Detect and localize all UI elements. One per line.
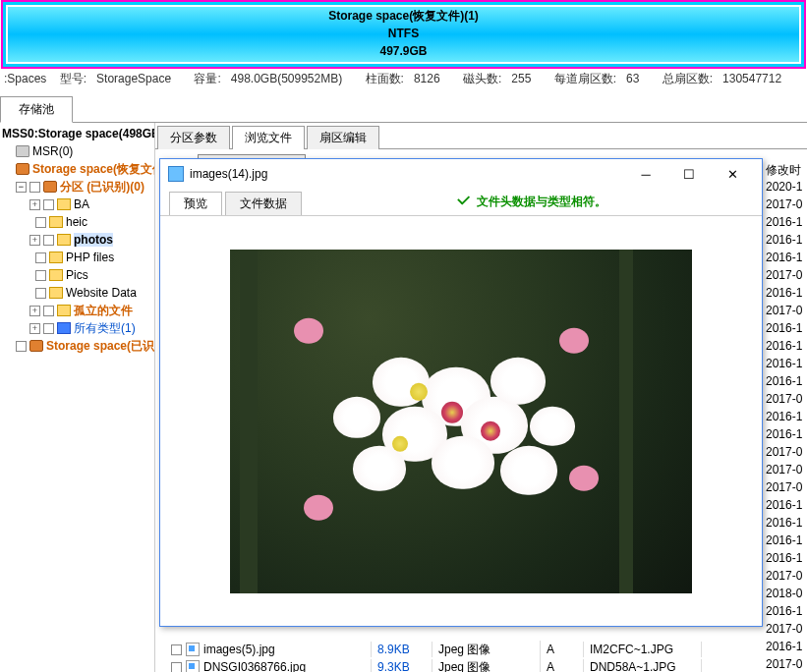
- tree-all-types[interactable]: +所有类型(1): [28, 319, 154, 337]
- checkbox[interactable]: [43, 199, 54, 210]
- row-checkbox[interactable]: [171, 662, 182, 673]
- date-cell: 2016-1: [764, 427, 807, 445]
- tab-preview[interactable]: 预览: [169, 192, 222, 215]
- preview-title: images(14).jpg: [190, 167, 624, 181]
- tab-partition-params[interactable]: 分区参数: [157, 126, 230, 149]
- preview-titlebar[interactable]: images(14).jpg ─ ☐ ✕: [160, 159, 762, 189]
- image-file-icon: [168, 166, 184, 182]
- tree-partition[interactable]: −分区 (已识别)(0): [14, 178, 154, 196]
- tab-file-data[interactable]: 文件数据: [225, 192, 302, 215]
- file-name: DNSGI0368766.jpg: [203, 660, 306, 672]
- tree-pane: MSS0:Storage space(498GB) MSR(0) Storage…: [0, 123, 155, 672]
- folder-icon: [57, 234, 71, 246]
- minimize-button[interactable]: ─: [624, 160, 667, 188]
- info-spaces: :Spaces: [4, 72, 46, 85]
- checkbox[interactable]: [35, 270, 46, 281]
- tree-folder-heic[interactable]: heic: [33, 213, 154, 231]
- tree-folder-photos[interactable]: +photos: [28, 231, 154, 249]
- date-cell: 2016-1: [764, 551, 807, 569]
- tab-sector-edit[interactable]: 扇区编辑: [307, 126, 379, 149]
- partition-fs: NTFS: [8, 25, 799, 42]
- folder-icon: [49, 216, 63, 228]
- tree-msr[interactable]: MSR(0): [0, 142, 154, 160]
- checkbox[interactable]: [43, 235, 54, 246]
- preview-window: images(14).jpg ─ ☐ ✕ 预览 文件数据 文件头数据与类型相符。: [159, 158, 763, 627]
- file-name: images(5).jpg: [203, 643, 275, 656]
- date-cell: 2017-0: [764, 445, 807, 463]
- date-cell: 2016-1: [764, 374, 807, 392]
- expand-icon[interactable]: +: [29, 323, 40, 334]
- preview-image: [230, 250, 692, 593]
- date-cell: 2018-0: [764, 587, 807, 604]
- date-cell: 2016-1: [764, 640, 807, 657]
- date-cell: 2016-1: [764, 357, 807, 374]
- tab-storage-pool[interactable]: 存储池: [0, 96, 73, 123]
- folder-icon: [49, 269, 63, 281]
- tree-folder-webdata[interactable]: Website Data: [33, 284, 154, 302]
- date-cell: 2016-1: [764, 604, 807, 622]
- date-cell: 2016-1: [764, 339, 807, 357]
- date-cell: 2016-1: [764, 321, 807, 339]
- expand-icon[interactable]: +: [29, 306, 40, 316]
- partition-size: 497.9GB: [8, 42, 799, 60]
- image-file-icon: [186, 643, 200, 656]
- tab-browse-files[interactable]: 浏览文件: [232, 126, 305, 149]
- file-row[interactable]: images(5).jpg8.9KBJpeg 图像AIM2CFC~1.JPG: [155, 641, 807, 658]
- checkbox[interactable]: [35, 217, 46, 228]
- checkbox[interactable]: [35, 252, 46, 263]
- folder-icon: [57, 305, 71, 316]
- expand-icon[interactable]: +: [29, 199, 40, 210]
- folder-icon: [49, 252, 63, 263]
- date-cell: 2017-0: [764, 268, 807, 286]
- disk-info-row: :Spaces 型号:StorageSpace 容量:498.0GB(50995…: [0, 67, 807, 91]
- date-cell: 2017-0: [764, 392, 807, 410]
- content-tabs: 分区参数 浏览文件 扇区编辑: [155, 125, 807, 149]
- checkbox[interactable]: [43, 306, 54, 316]
- row-checkbox[interactable]: [171, 644, 182, 655]
- info-cyl: 柱面数:8126: [366, 72, 450, 85]
- folder-icon: [49, 287, 63, 299]
- date-cell: 2017-0: [764, 657, 807, 672]
- file-size: 9.3KB: [372, 659, 432, 672]
- date-cell: 2016-1: [764, 498, 807, 516]
- tree-folder-ba[interactable]: +BA: [28, 196, 154, 213]
- date-cell: 2017-0: [764, 480, 807, 498]
- date-cell: 2017-0: [764, 463, 807, 480]
- tree-known[interactable]: Storage space(已识: [0, 337, 154, 355]
- file-attr: A: [541, 642, 584, 657]
- drive-icon: [16, 163, 29, 175]
- file-row[interactable]: DNSGI0368766.jpg9.3KBJpeg 图像ADND58A~1.JP…: [155, 658, 807, 672]
- info-model: 型号:StorageSpace: [60, 72, 181, 85]
- expand-icon[interactable]: +: [29, 235, 40, 246]
- tree-root[interactable]: MSS0:Storage space(498GB): [0, 125, 154, 142]
- checkbox[interactable]: [43, 323, 54, 334]
- col-header-date[interactable]: 修改时: [764, 162, 807, 180]
- date-cell: 2016-1: [764, 533, 807, 551]
- date-column: 修改时 2020-12017-02016-12016-12016-12017-0…: [764, 162, 807, 672]
- folder-icon: [57, 198, 71, 210]
- drive-icon: [29, 340, 43, 352]
- checkbox[interactable]: [16, 341, 27, 352]
- maximize-button[interactable]: ☐: [667, 160, 711, 188]
- drive-icon: [43, 181, 57, 193]
- checkbox[interactable]: [35, 288, 46, 299]
- tree-recovered[interactable]: Storage space(恢复文件): [0, 160, 154, 178]
- tree-folder-pics[interactable]: Pics: [33, 266, 154, 284]
- partition-bar: Storage space(恢复文件)(1) NTFS 497.9GB: [3, 2, 804, 67]
- tree-folder-orphan[interactable]: +孤立的文件: [28, 302, 154, 319]
- folder-icon: [57, 322, 71, 334]
- checkbox[interactable]: [29, 182, 40, 193]
- date-cell: 2016-1: [764, 410, 807, 427]
- date-cell: 2016-1: [764, 251, 807, 268]
- file-shortname: IM2CFC~1.JPG: [584, 642, 702, 657]
- info-spt: 每道扇区数:63: [554, 72, 650, 85]
- date-cell: 2016-1: [764, 215, 807, 233]
- date-cell: 2016-1: [764, 233, 807, 251]
- preview-status: 文件头数据与类型相符。: [302, 194, 762, 210]
- tree-folder-php[interactable]: PHP files: [33, 249, 154, 266]
- date-cell: 2017-0: [764, 569, 807, 587]
- preview-body: [160, 216, 762, 626]
- close-button[interactable]: ✕: [711, 160, 754, 188]
- collapse-icon[interactable]: −: [16, 182, 27, 193]
- date-cell: 2017-0: [764, 304, 807, 321]
